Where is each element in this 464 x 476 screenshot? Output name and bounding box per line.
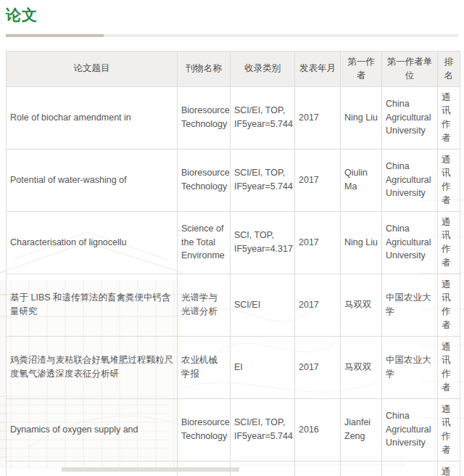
column-header-title: 论文题目 — [7, 52, 178, 87]
cell-rank: 通讯作者 — [438, 211, 460, 274]
cell-rank: 通讯作者 — [438, 461, 460, 476]
cell-affiliation: 中国农业大学 — [382, 461, 438, 476]
cell-affiliation: China Agricultural University — [382, 211, 438, 274]
cell-index-category: EI — [231, 336, 295, 398]
papers-table: 论文题目 刊物名称 收录类别 发表年月 第一作者 第一作者单位 排名 Role … — [6, 51, 460, 476]
cell-first-author: 刘宁 — [341, 461, 382, 476]
cell-index-category: SCI/EI, TOP, IF5year=5.744 — [231, 398, 295, 461]
cell-publish-date: 2016 — [295, 461, 341, 476]
cell-index-category: SCI, TOP, IF5year=4.317 — [231, 211, 295, 274]
cell-journal: 农业机械学报 — [178, 461, 231, 476]
cell-affiliation: 中国农业大学 — [382, 274, 438, 336]
column-header-journal: 刊物名称 — [178, 52, 231, 87]
cell-publish-date: 2017 — [295, 86, 341, 149]
column-header-publish-date: 发表年月 — [295, 52, 341, 87]
cell-rank: 通讯作者 — [438, 86, 460, 149]
cell-affiliation: 中国农业大学 — [382, 336, 438, 398]
table-row: 生物炭对鸡粪好氧堆肥主要氮素形态含量影响及保氮机制 农业机械学报 EI 2016… — [7, 461, 460, 476]
cell-paper-title: 基于 LIBS 和遗传算法的畜禽粪便中钙含量研究 — [7, 274, 178, 336]
cell-journal: 农业机械学报 — [178, 336, 231, 398]
cell-publish-date: 2017 — [295, 336, 341, 398]
column-header-first-author: 第一作者 — [341, 52, 382, 87]
page-title: 论文 — [6, 5, 464, 25]
cell-publish-date: 2017 — [295, 274, 341, 336]
papers-section: 论文 论文题目 刊物名称 收录类别 发表年月 第一作者 第一作者单位 排名 Ro… — [0, 5, 464, 476]
cell-affiliation: China Agricultural University — [382, 398, 438, 461]
cell-paper-title: Role of biochar amendment in — [7, 86, 178, 149]
cell-paper-title: Potential of water-washing of — [7, 149, 178, 211]
table-row: 鸡粪沼渣与麦秸联合好氧堆肥过程颗粒尺度氧气渗透深度表征分析研 农业机械学报 EI… — [7, 336, 460, 398]
cell-index-category: SCI/EI, TOP, IF5year=5.744 — [231, 149, 295, 211]
cell-paper-title: 鸡粪沼渣与麦秸联合好氧堆肥过程颗粒尺度氧气渗透深度表征分析研 — [7, 336, 178, 398]
cell-paper-title: Dynamics of oxygen supply and — [7, 398, 178, 461]
cell-first-author: 马双双 — [341, 274, 382, 336]
cell-index-category: SCI/EI — [231, 274, 295, 336]
cell-first-author: Qiulin Ma — [341, 149, 382, 211]
table-row: 基于 LIBS 和遗传算法的畜禽粪便中钙含量研究 光谱学与光谱分析 SCI/EI… — [7, 274, 460, 336]
title-underline — [6, 34, 458, 37]
cell-affiliation: China Agricultural University — [382, 86, 438, 149]
cell-first-author: Jianfei Zeng — [341, 398, 382, 461]
table-row: Characterisation of lignocellu Science o… — [7, 211, 460, 274]
table-row: Potential of water-washing of Bioresourc… — [7, 149, 460, 211]
cell-publish-date: 2016 — [295, 398, 341, 461]
cell-rank: 通讯作者 — [438, 398, 460, 461]
column-header-index-category: 收录类别 — [231, 52, 295, 87]
cell-journal: Bioresource Technology — [178, 149, 231, 211]
cell-journal: Science of the Total Environme — [178, 211, 231, 274]
cell-index-category: SCI/EI, TOP, IF5year=5.744 — [231, 86, 295, 149]
cell-journal: 光谱学与光谱分析 — [178, 274, 231, 336]
table-row: Dynamics of oxygen supply and Bioresourc… — [7, 398, 460, 461]
cell-affiliation: China Agricultural University — [382, 149, 438, 211]
cell-publish-date: 2017 — [295, 149, 341, 211]
cell-first-author: Ning Liu — [341, 211, 382, 274]
cell-first-author: 马双双 — [341, 336, 382, 398]
table-row: Role of biochar amendment in Bioresource… — [7, 86, 460, 149]
table-header-row: 论文题目 刊物名称 收录类别 发表年月 第一作者 第一作者单位 排名 — [7, 52, 460, 87]
cell-rank: 通讯作者 — [438, 336, 460, 398]
title-underline-active-segment — [6, 34, 104, 37]
column-header-rank: 排名 — [438, 52, 460, 87]
column-header-first-author-affiliation: 第一作者单位 — [382, 52, 438, 87]
cell-publish-date: 2017 — [295, 211, 341, 274]
cell-rank: 通讯作者 — [438, 274, 460, 336]
cell-paper-title: 生物炭对鸡粪好氧堆肥主要氮素形态含量影响及保氮机制 — [7, 461, 178, 476]
cell-journal: Bioresource Technology — [178, 398, 231, 461]
cell-paper-title: Characterisation of lignocellu — [7, 211, 178, 274]
cell-journal: Bioresource Technology — [178, 86, 231, 149]
cell-first-author: Ning Liu — [341, 86, 382, 149]
cell-index-category: EI — [231, 461, 295, 476]
cell-rank: 通讯作者 — [438, 149, 460, 211]
